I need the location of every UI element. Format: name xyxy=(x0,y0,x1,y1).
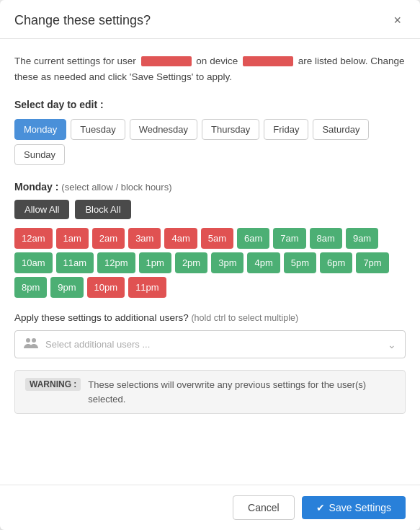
modal-dialog: Change these settings? × The current set… xyxy=(0,0,420,530)
additional-label-text: Apply these settings to additional users… xyxy=(14,312,189,323)
intro-part2: on device xyxy=(196,56,238,66)
close-button[interactable]: × xyxy=(389,12,406,30)
checkmark-icon: ✔ xyxy=(316,502,325,513)
hours-section-label: Monday : (select allow / block hours) xyxy=(14,181,406,193)
block-all-button[interactable]: Block All xyxy=(75,200,130,219)
warning-label: WARNING : xyxy=(25,378,81,391)
hour-button-12am[interactable]: 12am xyxy=(14,228,53,249)
modal-title: Change these settings? xyxy=(14,13,151,28)
hour-button-6pm[interactable]: 6pm xyxy=(320,252,352,273)
allow-all-button[interactable]: Allow All xyxy=(14,200,69,219)
day-button-thursday[interactable]: Thursday xyxy=(202,119,259,140)
hour-button-4am[interactable]: 4am xyxy=(164,228,197,249)
svg-point-1 xyxy=(32,338,36,343)
intro-text: The current settings for user on device … xyxy=(14,53,406,84)
hour-button-5am[interactable]: 5am xyxy=(201,228,233,249)
hours-day-label: Monday : xyxy=(14,181,58,193)
hour-button-1am[interactable]: 1am xyxy=(56,228,89,249)
redacted-device xyxy=(243,56,293,66)
hour-button-6am[interactable]: 6am xyxy=(237,228,269,249)
modal-footer: Cancel ✔ Save Settings xyxy=(0,485,420,530)
hour-button-10pm[interactable]: 10pm xyxy=(87,277,125,298)
users-icon xyxy=(24,337,38,352)
hour-grid: 12am1am2am3am4am5am6am7am8am9am10am11am1… xyxy=(14,228,406,298)
redacted-username xyxy=(141,56,192,66)
day-button-saturday[interactable]: Saturday xyxy=(313,119,369,140)
hour-button-9am[interactable]: 9am xyxy=(346,228,378,249)
modal-body: The current settings for user on device … xyxy=(0,39,420,485)
modal-header: Change these settings? × xyxy=(0,0,420,39)
hour-button-7am[interactable]: 7am xyxy=(273,228,305,249)
save-button[interactable]: ✔ Save Settings xyxy=(302,496,406,519)
user-select-placeholder: Select additional users ... xyxy=(45,339,388,350)
day-button-monday[interactable]: Monday xyxy=(14,119,66,140)
hour-button-8am[interactable]: 8am xyxy=(310,228,342,249)
day-button-tuesday[interactable]: Tuesday xyxy=(71,119,125,140)
chevron-down-icon: ⌄ xyxy=(388,339,396,350)
hour-button-7pm[interactable]: 7pm xyxy=(356,252,388,273)
hour-button-4pm[interactable]: 4pm xyxy=(247,252,280,273)
save-label: Save Settings xyxy=(329,502,391,513)
day-selector: MondayTuesdayWednesdayThursdayFridaySatu… xyxy=(14,119,406,165)
hour-button-1pm[interactable]: 1pm xyxy=(139,252,171,273)
additional-hint: (hold ctrl to select multiple) xyxy=(191,313,298,323)
hour-button-11pm[interactable]: 11pm xyxy=(128,277,166,298)
hour-button-8pm[interactable]: 8pm xyxy=(14,277,47,298)
hour-button-9pm[interactable]: 9pm xyxy=(50,277,83,298)
action-buttons: Allow All Block All xyxy=(14,200,406,219)
hour-button-2am[interactable]: 2am xyxy=(92,228,125,249)
hour-button-10am[interactable]: 10am xyxy=(14,252,53,273)
intro-part1: The current settings for user xyxy=(14,56,136,66)
additional-users-section: Apply these settings to additional users… xyxy=(14,312,406,358)
hour-button-12pm[interactable]: 12pm xyxy=(97,252,135,273)
cancel-button[interactable]: Cancel xyxy=(233,495,295,520)
hours-sub-label: (select allow / block hours) xyxy=(61,182,171,193)
hour-button-3am[interactable]: 3am xyxy=(128,228,161,249)
warning-box: WARNING : These selections will overwrit… xyxy=(14,370,406,414)
day-button-friday[interactable]: Friday xyxy=(264,119,308,140)
user-select-wrapper[interactable]: Select additional users ... ⌄ xyxy=(14,330,406,358)
warning-text: These selections will overwrite any prev… xyxy=(88,378,395,406)
day-button-wednesday[interactable]: Wednesday xyxy=(130,119,197,140)
day-button-sunday[interactable]: Sunday xyxy=(14,144,65,165)
hour-button-11am[interactable]: 11am xyxy=(56,252,94,273)
svg-point-0 xyxy=(26,338,30,343)
hour-button-5pm[interactable]: 5pm xyxy=(284,252,316,273)
select-day-label: Select day to edit : xyxy=(14,99,406,110)
hour-button-3pm[interactable]: 3pm xyxy=(211,252,243,273)
hour-button-2pm[interactable]: 2pm xyxy=(175,252,207,273)
additional-label: Apply these settings to additional users… xyxy=(14,312,406,323)
